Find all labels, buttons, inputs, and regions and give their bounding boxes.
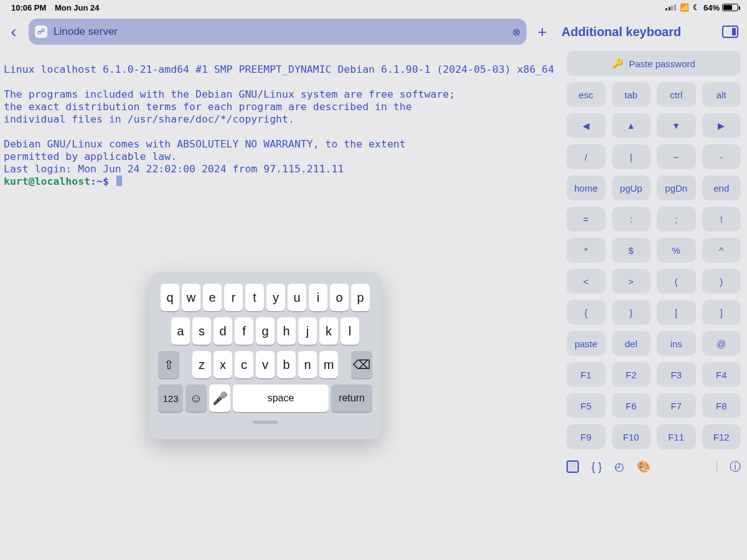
extra-key-[interactable]: |	[612, 144, 651, 169]
extra-key-pgup[interactable]: pgUp	[612, 175, 651, 200]
letter-key-w[interactable]: w	[182, 284, 200, 311]
extra-key-home[interactable]: home	[566, 175, 606, 200]
extra-key-f5[interactable]: F5	[566, 393, 606, 418]
return-key[interactable]: return	[331, 385, 372, 412]
help-icon[interactable]: ⓘ	[730, 459, 741, 474]
extra-key-f11[interactable]: F11	[657, 424, 696, 449]
dictation-key[interactable]: 🎤	[209, 385, 230, 412]
extra-key-[interactable]: ]	[702, 300, 741, 325]
new-tab-button[interactable]: +	[533, 22, 552, 42]
extra-key-[interactable]: @	[702, 331, 741, 356]
emoji-key[interactable]: ☺	[186, 385, 207, 412]
extra-key-paste[interactable]: paste	[566, 331, 606, 356]
space-key[interactable]: space	[233, 385, 329, 412]
clock-icon[interactable]: ◴	[614, 460, 624, 474]
letter-key-p[interactable]: p	[351, 284, 370, 311]
prompt-user: kurt@localhost	[4, 175, 90, 187]
extra-key-[interactable]: ^	[702, 238, 741, 263]
toggle-sidebar-button[interactable]	[722, 26, 738, 38]
extra-key-[interactable]: {	[566, 300, 606, 325]
letter-key-s[interactable]: s	[192, 317, 211, 345]
extra-key-f3[interactable]: F3	[657, 362, 696, 387]
palette-icon[interactable]: 🎨	[637, 460, 651, 474]
extra-key-[interactable]: /	[566, 144, 606, 169]
extra-key-[interactable]: !	[702, 207, 741, 231]
extra-key-[interactable]: $	[612, 238, 651, 263]
letter-key-b[interactable]: b	[277, 351, 296, 378]
letter-key-i[interactable]: i	[309, 284, 327, 311]
letter-key-q[interactable]: q	[161, 284, 179, 311]
braces-icon[interactable]: { }	[591, 460, 602, 474]
extra-key-[interactable]: ~	[657, 144, 696, 169]
extra-key-ctrl[interactable]: ctrl	[657, 82, 696, 107]
letter-key-a[interactable]: a	[171, 317, 190, 345]
extra-key-f8[interactable]: F8	[702, 393, 741, 418]
extra-key-[interactable]: ▼	[657, 113, 696, 138]
backspace-key[interactable]: ⌫	[351, 351, 372, 378]
numbers-key[interactable]: 123	[158, 385, 183, 412]
extra-key-f10[interactable]: F10	[612, 424, 651, 449]
extra-key-alt[interactable]: alt	[702, 82, 741, 107]
do-not-disturb-icon: ☾	[693, 3, 700, 12]
extra-key-[interactable]: :	[612, 207, 651, 231]
extra-key-[interactable]: <	[566, 269, 606, 294]
ios-floating-keyboard[interactable]: qwertyuiop asdfghjkl ⇧ zxcvbnm ⌫ 123 ☺ 🎤…	[149, 273, 381, 439]
extra-key-f1[interactable]: F1	[566, 362, 606, 387]
letter-key-f[interactable]: f	[235, 317, 253, 345]
keyboard-grabber[interactable]	[253, 421, 278, 424]
session-tab[interactable]: ☍ Linode server ⊗	[29, 19, 527, 45]
extra-key-pgdn[interactable]: pgDn	[657, 175, 696, 200]
extra-key-[interactable]: %	[657, 238, 696, 263]
letter-key-h[interactable]: h	[277, 317, 296, 345]
prompt-path: ~	[96, 175, 103, 187]
letter-key-u[interactable]: u	[288, 284, 306, 311]
letter-key-e[interactable]: e	[203, 284, 222, 311]
extra-key-f6[interactable]: F6	[612, 393, 651, 418]
letter-key-z[interactable]: z	[192, 351, 211, 378]
letter-key-k[interactable]: k	[319, 317, 338, 345]
term-line: permitted by applicable law.	[4, 151, 177, 162]
letter-key-n[interactable]: n	[298, 351, 317, 378]
extra-key-[interactable]: )	[702, 269, 741, 294]
extra-key-[interactable]: ▲	[612, 113, 651, 138]
letter-key-c[interactable]: c	[235, 351, 253, 378]
extra-key-[interactable]: -	[702, 144, 741, 169]
extra-keys-grid: esctabctrlalt◀▲▼▶/|~-homepgUppgDnend=:;!…	[566, 82, 741, 449]
letter-key-r[interactable]: r	[224, 284, 243, 311]
extra-key-del[interactable]: del	[612, 331, 651, 356]
letter-key-x[interactable]: x	[214, 351, 232, 378]
letter-key-o[interactable]: o	[330, 284, 349, 311]
paste-password-button[interactable]: 🔑 Paste password	[566, 51, 741, 76]
extra-key-f12[interactable]: F12	[702, 424, 741, 449]
extra-key-f2[interactable]: F2	[612, 362, 651, 387]
extra-key-f7[interactable]: F7	[657, 393, 696, 418]
back-button[interactable]: ‹	[5, 22, 22, 42]
letter-key-m[interactable]: m	[319, 351, 338, 378]
extra-key-end[interactable]: end	[702, 175, 741, 200]
extra-key-[interactable]: *	[566, 238, 606, 263]
extra-key-[interactable]: >	[612, 269, 651, 294]
layouts-icon[interactable]	[566, 460, 579, 473]
extra-key-ins[interactable]: ins	[657, 331, 696, 356]
extra-key-[interactable]: (	[657, 269, 696, 294]
letter-key-y[interactable]: y	[266, 284, 285, 311]
extra-key-[interactable]: ▶	[702, 113, 741, 138]
extra-key-f9[interactable]: F9	[566, 424, 606, 449]
term-line: individual files in /usr/share/doc/*/cop…	[4, 113, 294, 125]
letter-key-t[interactable]: t	[245, 284, 264, 311]
letter-key-g[interactable]: g	[256, 317, 275, 345]
letter-key-v[interactable]: v	[256, 351, 275, 378]
extra-key-[interactable]: [	[657, 300, 696, 325]
letter-key-d[interactable]: d	[214, 317, 232, 345]
extra-key-[interactable]: =	[566, 207, 606, 231]
close-tab-button[interactable]: ⊗	[512, 26, 520, 38]
shift-key[interactable]: ⇧	[158, 351, 179, 378]
extra-key-esc[interactable]: esc	[566, 82, 606, 107]
extra-key-f4[interactable]: F4	[702, 362, 741, 387]
extra-key-tab[interactable]: tab	[612, 82, 651, 107]
letter-key-j[interactable]: j	[298, 317, 317, 345]
extra-key-[interactable]: ◀	[566, 113, 606, 138]
extra-key-[interactable]: }	[612, 300, 651, 325]
letter-key-l[interactable]: l	[341, 317, 359, 345]
extra-key-[interactable]: ;	[657, 207, 696, 231]
